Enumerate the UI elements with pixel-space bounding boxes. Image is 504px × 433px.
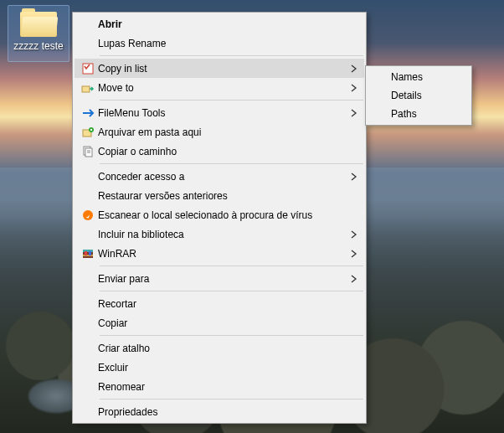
menu-item-label: Copiar	[98, 317, 347, 329]
move-to-icon	[78, 81, 98, 95]
context-submenu[interactable]: NamesDetailsPaths	[365, 65, 472, 126]
menu-item[interactable]: Conceder acesso a	[75, 167, 364, 186]
chevron-right-icon	[351, 109, 357, 117]
menu-item[interactable]: Recortar	[75, 294, 364, 313]
menu-item-label: Escanear o local selecionado à procura d…	[98, 209, 347, 221]
menu-item[interactable]: Criar atalho	[75, 338, 364, 358]
menu-separator	[100, 265, 363, 266]
menu-item-label: Propriedades	[98, 406, 347, 418]
menu-item[interactable]: Restaurar versões anteriores	[75, 186, 364, 205]
menu-item[interactable]: Excluir	[75, 358, 364, 377]
menu-separator	[100, 335, 363, 336]
svg-rect-13	[85, 251, 87, 255]
menu-item[interactable]: Enviar para	[75, 269, 364, 288]
submenu-item[interactable]: Names	[368, 68, 470, 86]
desktop-icon-label: zzzzz teste	[12, 40, 65, 52]
menu-item[interactable]: Copiar o caminho	[75, 142, 364, 161]
menu-item-label: Excluir	[98, 362, 347, 374]
archive-icon	[78, 126, 98, 139]
menu-item-label: Incluir na biblioteca	[98, 229, 347, 240]
submenu-item[interactable]: Paths	[368, 105, 470, 123]
svg-rect-12	[83, 255, 93, 256]
menu-item[interactable]: FileMenu Tools	[75, 103, 364, 122]
menu-item-label: WinRAR	[98, 248, 347, 260]
chevron-right-icon	[351, 173, 357, 181]
menu-item-label: Copy in list	[98, 63, 347, 75]
menu-item[interactable]: Renomear	[75, 377, 364, 396]
svg-rect-0	[83, 64, 93, 74]
submenu-item-label: Details	[391, 90, 453, 101]
menu-item-label: Renomear	[98, 381, 347, 393]
menu-item-label: Copiar o caminho	[98, 146, 347, 157]
submenu-item-label: Names	[391, 71, 453, 83]
menu-item[interactable]: WinRAR	[75, 244, 364, 263]
chevron-right-icon	[351, 275, 357, 283]
chevron-right-icon	[351, 230, 357, 239]
menu-separator	[100, 100, 363, 101]
chevron-right-icon	[351, 250, 357, 258]
chevron-right-icon	[351, 84, 357, 92]
svg-rect-14	[89, 251, 91, 255]
menu-item[interactable]: Copiar	[75, 313, 364, 332]
menu-separator	[100, 55, 363, 56]
menu-item-label: Conceder acesso a	[98, 171, 347, 183]
menu-item-label: Recortar	[98, 298, 347, 310]
menu-item-label: Abrir	[98, 18, 347, 30]
menu-item[interactable]: Arquivar em pasta aqui	[75, 122, 364, 142]
menu-item[interactable]: Copy in list	[75, 59, 364, 78]
svg-rect-11	[83, 250, 93, 252]
menu-item-label: Arquivar em pasta aqui	[98, 126, 347, 138]
copy-list-icon	[78, 62, 98, 75]
filemenu-icon	[78, 106, 98, 120]
menu-item-label: Lupas Rename	[98, 38, 347, 49]
menu-item[interactable]: Lupas Rename	[75, 34, 364, 53]
copy-path-icon	[78, 145, 98, 158]
menu-item-label: FileMenu Tools	[98, 107, 347, 119]
menu-item[interactable]: Propriedades	[75, 402, 364, 421]
desktop-folder-icon[interactable]: zzzzz teste	[12, 8, 65, 52]
menu-separator	[100, 163, 363, 164]
menu-item[interactable]: Move to	[75, 78, 364, 97]
folder-icon	[20, 8, 57, 37]
submenu-item-label: Paths	[391, 108, 453, 120]
menu-separator	[100, 291, 363, 291]
avast-icon	[78, 209, 98, 222]
menu-item-label: Criar atalho	[98, 343, 347, 354]
svg-rect-1	[82, 86, 90, 92]
context-menu[interactable]: AbrirLupas RenameCopy in listMove toFile…	[72, 12, 367, 424]
menu-item[interactable]: Incluir na biblioteca	[75, 224, 364, 244]
chevron-right-icon	[351, 64, 357, 73]
menu-item-label: Enviar para	[98, 273, 347, 285]
menu-item-label: Move to	[98, 82, 347, 94]
menu-item-label: Restaurar versões anteriores	[98, 190, 347, 202]
submenu-item[interactable]: Details	[368, 86, 470, 105]
svg-rect-4	[90, 129, 92, 131]
menu-separator	[100, 399, 363, 399]
menu-item[interactable]: Escanear o local selecionado à procura d…	[75, 205, 364, 224]
svg-point-9	[83, 210, 93, 220]
winrar-icon	[78, 247, 98, 260]
menu-item[interactable]: Abrir	[75, 14, 364, 34]
